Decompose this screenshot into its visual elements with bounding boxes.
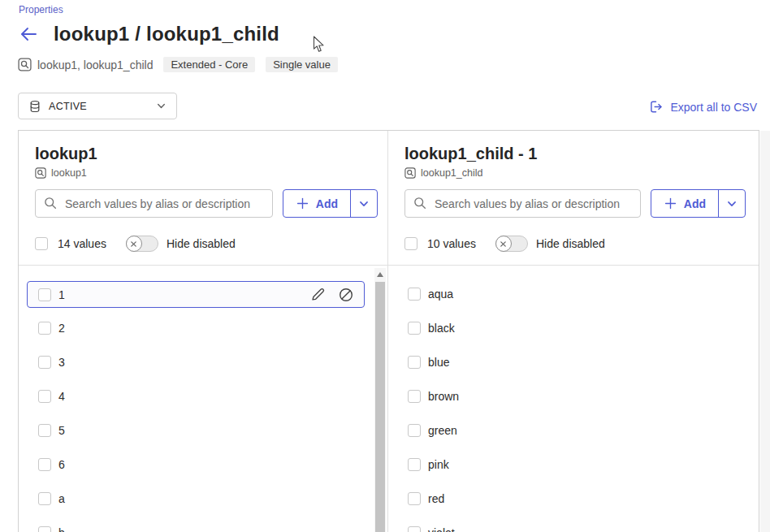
values-count: 10 values <box>427 237 476 250</box>
list-scrollbar[interactable] <box>374 268 386 532</box>
row-checkbox[interactable] <box>408 526 421 532</box>
values-row: 14 values Hide disabled <box>35 236 378 252</box>
add-button[interactable]: Add <box>651 190 718 217</box>
panel-entity: lookup1_child <box>404 167 746 179</box>
badge-extended-core: Extended - Core <box>163 57 255 72</box>
row-checkbox[interactable] <box>408 288 421 301</box>
add-dropdown-button[interactable] <box>350 190 377 217</box>
row-checkbox[interactable] <box>408 390 421 403</box>
row-checkbox[interactable] <box>38 288 51 301</box>
list-item[interactable]: b <box>19 516 387 532</box>
lookup-icon <box>404 167 416 179</box>
panel-entity: lookup1 <box>35 167 378 179</box>
panel-lookup1: lookup1 lookup1 <box>19 131 388 532</box>
page-scrollbar-gutter <box>760 131 770 532</box>
list-item[interactable]: 1 <box>27 281 365 308</box>
export-csv-link[interactable]: Export all to CSV <box>648 99 757 115</box>
hide-disabled-toggle[interactable] <box>126 236 158 252</box>
hide-disabled-label: Hide disabled <box>536 237 605 250</box>
add-label: Add <box>684 197 706 210</box>
value-list: aqua black blue brown green <box>388 265 759 532</box>
chevron-down-icon <box>156 101 167 111</box>
entity-names: lookup1, lookup1_child <box>37 58 153 71</box>
row-checkbox[interactable] <box>408 458 421 471</box>
select-all-checkbox[interactable] <box>35 237 48 250</box>
hide-disabled-toggle[interactable] <box>495 236 528 252</box>
row-label: 6 <box>58 458 65 471</box>
add-dropdown-button[interactable] <box>718 190 745 217</box>
status-dropdown[interactable]: ACTIVE <box>18 93 177 119</box>
row-label: a <box>58 492 65 505</box>
list-item[interactable]: black <box>388 311 759 345</box>
panel-lookup1-child: lookup1_child - 1 lookup1_child <box>388 131 759 532</box>
row-checkbox[interactable] <box>408 424 421 437</box>
list-item[interactable]: red <box>388 482 759 516</box>
search-row: Add <box>35 189 378 218</box>
list-item[interactable]: 5 <box>19 413 387 448</box>
row-checkbox[interactable] <box>38 458 51 471</box>
pencil-icon[interactable] <box>310 287 326 302</box>
hide-disabled-label: Hide disabled <box>167 237 236 250</box>
list-item[interactable]: aqua <box>388 277 759 311</box>
row-label: 2 <box>58 322 65 335</box>
row-checkbox[interactable] <box>38 492 51 505</box>
back-arrow-icon <box>19 24 38 44</box>
badge-single-value: Single value <box>266 57 338 72</box>
row-checkbox[interactable] <box>408 356 421 369</box>
row-label: red <box>428 492 444 505</box>
panel-entity-label: lookup1_child <box>421 167 482 179</box>
list-item[interactable]: 4 <box>19 379 387 413</box>
list-item[interactable]: green <box>388 413 759 448</box>
lookup-panels-container: lookup1 lookup1 <box>18 130 759 532</box>
values-count: 14 values <box>58 237 106 250</box>
row-checkbox[interactable] <box>38 322 51 335</box>
list-item[interactable]: blue <box>388 345 759 379</box>
status-label: ACTIVE <box>49 101 87 112</box>
row-checkbox[interactable] <box>408 492 421 505</box>
list-item[interactable]: 2 <box>19 311 387 345</box>
row-label: aqua <box>428 288 453 301</box>
row-label: black <box>428 322 455 335</box>
search-row: Add <box>404 189 746 218</box>
search-wrap <box>404 189 641 218</box>
row-label: violet <box>428 526 455 532</box>
values-row: 10 values Hide disabled <box>404 236 746 252</box>
row-checkbox[interactable] <box>38 356 51 369</box>
scrollbar-thumb[interactable] <box>375 282 385 532</box>
add-split-button: Add <box>283 189 378 218</box>
lookup-icon <box>35 167 46 179</box>
list-item[interactable]: pink <box>388 448 759 482</box>
list-item[interactable]: violet <box>388 516 759 532</box>
chevron-down-icon <box>726 198 738 210</box>
x-circle-icon <box>126 236 142 252</box>
scroll-up-arrow-icon[interactable] <box>374 268 386 281</box>
title-row: lookup1 / lookup1_child <box>18 23 279 45</box>
add-button[interactable]: Add <box>283 190 350 217</box>
row-label: 3 <box>58 356 65 369</box>
row-checkbox[interactable] <box>408 322 421 335</box>
row-checkbox[interactable] <box>38 526 51 532</box>
row-label: b <box>58 526 65 532</box>
search-input[interactable] <box>35 189 273 218</box>
row-label: 4 <box>58 390 65 403</box>
row-checkbox[interactable] <box>38 390 51 403</box>
row-label: pink <box>428 458 449 471</box>
page-title: lookup1 / lookup1_child <box>54 23 279 45</box>
list-item[interactable]: 3 <box>19 345 387 379</box>
database-icon <box>28 100 41 113</box>
search-input[interactable] <box>404 189 641 218</box>
row-label: brown <box>428 390 459 403</box>
prohibited-icon[interactable] <box>338 287 354 303</box>
breadcrumb-properties-link[interactable]: Properties <box>19 4 63 15</box>
list-item[interactable]: brown <box>388 379 759 413</box>
row-label: 5 <box>58 424 65 437</box>
back-button[interactable] <box>18 24 39 45</box>
row-label: 1 <box>58 288 65 301</box>
row-checkbox[interactable] <box>38 424 51 437</box>
list-item[interactable]: a <box>19 482 387 516</box>
add-label: Add <box>316 197 338 210</box>
list-item[interactable]: 6 <box>19 448 387 482</box>
select-all-checkbox[interactable] <box>404 237 417 250</box>
plus-icon <box>296 197 309 210</box>
meta-row: lookup1, lookup1_child Extended - Core S… <box>18 57 338 72</box>
